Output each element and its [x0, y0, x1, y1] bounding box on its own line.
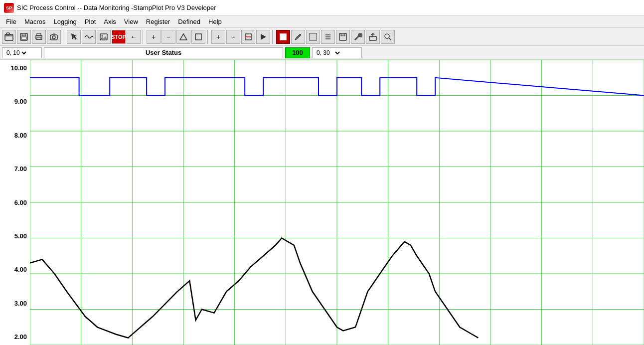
- range-select[interactable]: 0, 10 0, 5 0, 20: [4, 49, 28, 57]
- square-button[interactable]: [191, 30, 205, 44]
- range-dropdown[interactable]: 0, 10 0, 5 0, 20: [2, 47, 42, 58]
- camera-button[interactable]: [47, 30, 61, 44]
- time-range-select[interactable]: 0, 30 0, 60 0, 120: [315, 49, 341, 57]
- svg-rect-17: [282, 35, 285, 38]
- back-button[interactable]: ←: [127, 30, 141, 44]
- svg-rect-1: [6, 33, 9, 35]
- stop-button[interactable]: STOP: [112, 30, 126, 44]
- zoom-out-x-button[interactable]: −: [161, 30, 175, 44]
- window-title: SIC Process Control -- Data Monitoring -…: [17, 4, 216, 11]
- time-range-dropdown[interactable]: 0, 30 0, 60 0, 120: [312, 47, 362, 58]
- open-button[interactable]: [2, 30, 16, 44]
- clip-button[interactable]: [241, 30, 255, 44]
- print-button[interactable]: [32, 30, 46, 44]
- tool-button[interactable]: [351, 30, 365, 44]
- svg-rect-0: [5, 34, 13, 40]
- menubar: File Macros Logging Plot Axis View Regis…: [0, 16, 644, 28]
- y-label-8: 8.00: [0, 132, 30, 139]
- svg-rect-3: [22, 33, 26, 36]
- statusbar: 0, 10 0, 5 0, 20 User Status 100 0, 30 0…: [0, 46, 644, 60]
- y-label-6: 6.00: [0, 199, 30, 206]
- menu-plot[interactable]: Plot: [81, 17, 100, 26]
- menu-logging[interactable]: Logging: [50, 17, 81, 26]
- sep2: [143, 30, 145, 44]
- zoom-in-y-button[interactable]: +: [211, 30, 225, 44]
- svg-rect-10: [100, 34, 107, 40]
- y-label-5: 5.00: [0, 233, 30, 239]
- toolbar: STOP ← + − + −: [0, 28, 644, 46]
- plot-svg: [30, 60, 644, 345]
- svg-line-32: [389, 38, 391, 40]
- svg-point-31: [385, 34, 389, 38]
- menu-defined[interactable]: Defined: [174, 17, 204, 26]
- search-button[interactable]: [381, 30, 395, 44]
- app-icon: SP: [4, 3, 14, 13]
- wave-button[interactable]: [82, 30, 96, 44]
- sep1: [63, 30, 65, 44]
- svg-rect-12: [195, 34, 201, 40]
- plot-wrapper: 10.00 9.00 8.00 7.00 6.00 5.00 4.00 3.00…: [0, 60, 644, 345]
- menu-register[interactable]: Register: [142, 17, 174, 26]
- y-label-4: 4.00: [0, 266, 30, 273]
- export-button[interactable]: [366, 30, 380, 44]
- svg-point-11: [102, 35, 103, 36]
- save-button[interactable]: [17, 30, 31, 44]
- sep3: [207, 30, 209, 44]
- svg-marker-15: [261, 34, 266, 40]
- record-button[interactable]: [276, 30, 290, 44]
- y-label-2: 2.00: [0, 334, 30, 340]
- user-status-label: User Status: [44, 47, 283, 58]
- chart-button[interactable]: [306, 30, 320, 44]
- zoom-in-x-button[interactable]: +: [147, 30, 161, 44]
- zoom-out-y-button[interactable]: −: [226, 30, 240, 44]
- list-button[interactable]: [321, 30, 335, 44]
- sep4: [272, 30, 274, 44]
- y-label-7: 7.00: [0, 166, 30, 172]
- y-label-3: 3.00: [0, 300, 30, 307]
- status-value: 100: [285, 47, 310, 58]
- play-button[interactable]: [256, 30, 270, 44]
- triangle-button[interactable]: [176, 30, 190, 44]
- y-label-9: 9.00: [0, 98, 30, 105]
- titlebar: SP SIC Process Control -- Data Monitorin…: [0, 0, 644, 16]
- menu-axis[interactable]: Axis: [100, 17, 120, 26]
- floppy-button[interactable]: [336, 30, 350, 44]
- svg-rect-4: [21, 37, 26, 39]
- menu-macros[interactable]: Macros: [20, 17, 50, 26]
- image-button[interactable]: [97, 30, 111, 44]
- menu-view[interactable]: View: [120, 17, 142, 26]
- cursor-button[interactable]: [67, 30, 81, 44]
- svg-rect-29: [341, 33, 345, 36]
- y-axis-labels: 10.00 9.00 8.00 7.00 6.00 5.00 4.00 3.00…: [0, 60, 30, 345]
- pen-button[interactable]: [291, 30, 305, 44]
- y-label-10: 10.00: [0, 65, 30, 71]
- svg-point-9: [52, 36, 55, 39]
- menu-help[interactable]: Help: [204, 17, 226, 26]
- menu-file[interactable]: File: [2, 17, 20, 26]
- main-content: 10.00 9.00 8.00 7.00 6.00 5.00 4.00 3.00…: [0, 60, 644, 345]
